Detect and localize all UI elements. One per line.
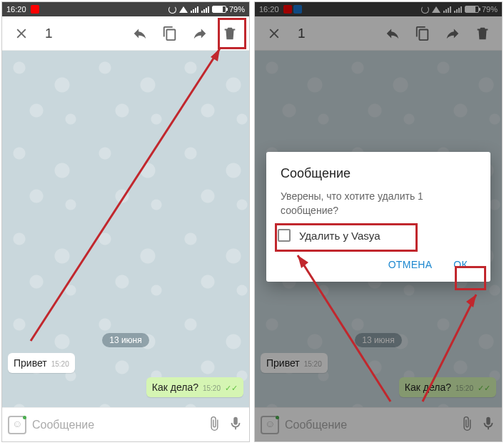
- read-checks-icon: ✓✓: [225, 384, 238, 393]
- message-input-bar: Сообщение: [2, 407, 249, 441]
- reply-button[interactable]: [126, 20, 153, 47]
- status-app-icon: [31, 5, 39, 14]
- mic-icon: [228, 416, 243, 431]
- status-bar: 16:20 79%: [2, 2, 249, 16]
- delete-confirm-dialog: Сообщение Уверены, что хотите удалить 1 …: [266, 152, 490, 282]
- copy-button[interactable]: [156, 20, 183, 47]
- trash-icon: [222, 26, 238, 41]
- wifi-icon: [179, 6, 188, 13]
- emoji-button[interactable]: [8, 416, 26, 434]
- selection-appbar: 1: [2, 16, 249, 51]
- checkbox-icon[interactable]: [278, 229, 291, 242]
- date-badge: 13 июня: [102, 333, 149, 347]
- screen-1: 16:20 79% 1 13 июня: [1, 1, 250, 442]
- message-text: Привет: [14, 357, 47, 369]
- screen-2: 16:20 79% 1 13 июня Привет 15:20: [254, 1, 503, 442]
- checkbox-label: Удалить у Vasya: [299, 230, 380, 242]
- copy-icon: [162, 26, 178, 41]
- close-icon: [14, 26, 29, 41]
- chat-area[interactable]: 13 июня Привет 15:20 Как дела? 15:20 ✓✓: [2, 51, 249, 407]
- signal-icon: [191, 6, 198, 13]
- dialog-title: Сообщение: [281, 166, 476, 181]
- mic-button[interactable]: [228, 416, 243, 434]
- status-time: 16:20: [6, 5, 26, 14]
- message-time: 15:20: [203, 384, 221, 392]
- forward-button[interactable]: [186, 20, 213, 47]
- cancel-button[interactable]: ОТМЕНА: [380, 253, 441, 276]
- message-input[interactable]: Сообщение: [32, 419, 201, 431]
- message-text: Как дела?: [152, 382, 198, 393]
- message-time: 15:20: [51, 360, 69, 368]
- delete-button[interactable]: [216, 20, 243, 47]
- signal-icon-2: [201, 6, 209, 13]
- sync-icon: [168, 6, 176, 14]
- battery-percent: 79%: [229, 5, 245, 14]
- message-incoming[interactable]: Привет 15:20: [8, 353, 75, 373]
- paperclip-icon: [206, 416, 222, 431]
- ok-button[interactable]: ОК: [445, 253, 476, 276]
- forward-icon: [192, 26, 208, 41]
- battery-icon: [212, 6, 226, 13]
- selection-count: 1: [45, 26, 124, 41]
- dialog-body: Уверены, что хотите удалить 1 сообщение?: [281, 190, 476, 218]
- delete-for-other-row[interactable]: Удалить у Vasya: [278, 229, 476, 242]
- close-button[interactable]: [8, 20, 35, 47]
- attach-button[interactable]: [206, 416, 222, 434]
- message-outgoing[interactable]: Как дела? 15:20 ✓✓: [146, 377, 243, 397]
- reply-icon: [132, 26, 148, 41]
